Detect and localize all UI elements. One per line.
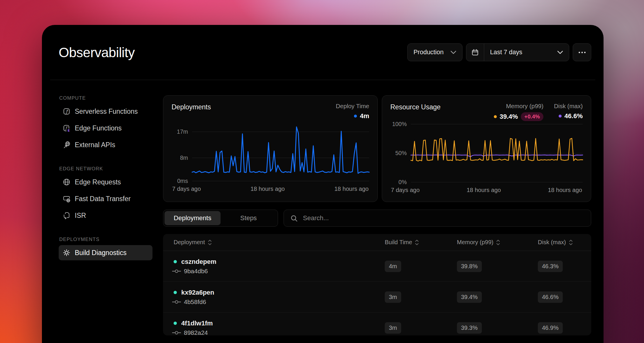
- resource-usage-lines: [411, 124, 583, 182]
- sidebar-item-label: Serverless Functions: [75, 108, 138, 116]
- tab-steps[interactable]: Steps: [221, 211, 277, 225]
- deployment-name: 4f1dlw1fm: [174, 320, 385, 327]
- function-icon: ƒ: [63, 108, 70, 115]
- deployments-card-header: Deployments Deploy Time 4m: [172, 103, 369, 120]
- gear-icon: [63, 249, 70, 257]
- deployment-commit: 8982a24: [172, 329, 385, 336]
- disk-value: 46.6%: [565, 112, 583, 120]
- card-title: Resource Usage: [390, 103, 440, 111]
- column-header-memory[interactable]: Memory (p99): [457, 239, 538, 246]
- edge-function-icon: ƒ E: [63, 124, 70, 132]
- deployment-id: kx92a6pen: [181, 289, 214, 296]
- table-header: Deployment Build Time Memory (p99) Disk …: [163, 234, 591, 251]
- column-label: Deployment: [174, 239, 205, 246]
- calendar-icon: [471, 48, 479, 57]
- table-row[interactable]: cszndepem 9ba4db6 4m 39.8% 46.3%: [163, 251, 591, 281]
- legend-label: Disk (max): [554, 103, 583, 110]
- memory-badge: 39.4%: [457, 291, 482, 303]
- purple-dot-icon: [559, 115, 562, 118]
- search-input[interactable]: [302, 214, 584, 222]
- disk-cell: 46.9%: [538, 322, 581, 334]
- tab-group: Deployments Steps: [163, 210, 278, 227]
- sidebar-section-edge-network: EDGE NETWORK Edge Requests: [59, 166, 152, 223]
- deployment-name: kx92a6pen: [174, 289, 385, 296]
- deploy-time-line: [192, 123, 369, 181]
- column-header-deployment[interactable]: Deployment: [174, 239, 385, 246]
- header-controls: Production L: [407, 43, 591, 61]
- commit-icon: [172, 269, 181, 273]
- data-transfer-icon: [63, 195, 70, 203]
- blue-dot-icon: [354, 115, 357, 118]
- search-box[interactable]: [284, 210, 591, 227]
- page-title: Observability: [59, 45, 135, 60]
- table-row[interactable]: kx92a6pen 4b58fd6 3m 39.4% 46.6%: [163, 281, 591, 312]
- legend-value: 4m: [354, 112, 369, 120]
- deployment-cell: 4f1dlw1fm 8982a24: [174, 320, 385, 336]
- chevron-down-icon: [557, 51, 563, 54]
- resource-usage-chart[interactable]: 100%50%0%: [390, 124, 583, 182]
- build-time-cell: 3m: [385, 291, 457, 303]
- date-range-value: Last 7 days: [484, 49, 569, 56]
- ellipsis-icon: [578, 52, 586, 53]
- external-apis-icon: [63, 141, 70, 149]
- header: Observability Production: [50, 25, 595, 80]
- status-dot: [174, 260, 177, 263]
- sidebar-item-label: Fast Data Transfer: [75, 195, 131, 203]
- table-row[interactable]: 4f1dlw1fm 8982a24 3m 39.3% 46.9%: [163, 312, 591, 335]
- calendar-button[interactable]: [466, 44, 484, 61]
- sidebar-item-label: ISR: [75, 212, 86, 220]
- memory-legend: Memory (p99) 39.4% +0.4%: [494, 103, 543, 121]
- column-header-disk[interactable]: Disk (max): [538, 239, 581, 246]
- deployment-commit: 4b58fd6: [172, 298, 385, 305]
- toolbar: Deployments Steps: [163, 210, 591, 227]
- build-time-cell: 3m: [385, 322, 457, 334]
- legend-value: 39.4% +0.4%: [494, 112, 543, 121]
- sort-icon: [569, 240, 573, 245]
- sort-icon: [208, 240, 212, 245]
- sidebar-item-edge-requests[interactable]: Edge Requests: [59, 174, 152, 190]
- card-title: Deployments: [172, 103, 211, 111]
- more-options-button[interactable]: [573, 43, 591, 61]
- sidebar-item-label: Edge Requests: [75, 178, 121, 186]
- resource-legends: Memory (p99) 39.4% +0.4% Disk (max): [494, 103, 583, 121]
- sidebar-item-edge-functions[interactable]: ƒ E Edge Functions: [59, 120, 152, 136]
- deployment-cell: cszndepem 9ba4db6: [174, 258, 385, 275]
- sidebar-item-fast-data-transfer[interactable]: Fast Data Transfer: [59, 191, 152, 206]
- disk-badge: 46.3%: [538, 261, 563, 272]
- status-dot: [174, 291, 177, 294]
- sidebar-item-serverless-functions[interactable]: ƒ Serverless Functions: [59, 104, 152, 119]
- legend-label: Deploy Time: [336, 103, 369, 110]
- commit-hash: 4b58fd6: [184, 298, 206, 305]
- main: Deployments Deploy Time 4m 17m8m0ms: [163, 95, 591, 335]
- deploy-time-chart[interactable]: 17m8m0ms: [172, 123, 369, 181]
- sidebar-item-label: Edge Functions: [75, 124, 122, 132]
- disk-cell: 46.3%: [538, 261, 581, 272]
- deployment-id: 4f1dlw1fm: [181, 320, 213, 327]
- sidebar-item-label: External APIs: [75, 141, 115, 149]
- memory-delta-badge: +0.4%: [521, 112, 543, 121]
- disk-legend: Disk (max) 46.6%: [554, 103, 583, 121]
- memory-cell: 39.3%: [457, 322, 538, 334]
- environment-selector[interactable]: Production: [407, 43, 462, 61]
- sort-icon: [496, 240, 500, 245]
- commit-icon: [172, 300, 181, 304]
- chevron-down-icon: [450, 51, 456, 54]
- date-range-selector[interactable]: Last 7 days: [466, 43, 569, 61]
- disk-cell: 46.6%: [538, 291, 581, 303]
- sidebar-item-build-diagnostics[interactable]: Build Diagnostics: [59, 245, 152, 260]
- tab-deployments[interactable]: Deployments: [165, 211, 221, 225]
- content: COMPUTE ƒ Serverless Functions ƒ: [42, 80, 604, 335]
- resource-chart-x-axis: 7 days ago18 hours ago18 hours ago: [390, 187, 583, 193]
- column-header-build-time[interactable]: Build Time: [385, 239, 457, 246]
- deploy-chart-x-axis: 7 days ago18 hours ago18 hours ago: [172, 186, 369, 192]
- memory-cell: 39.4%: [457, 291, 538, 303]
- deployments-card: Deployments Deploy Time 4m 17m8m0ms: [163, 95, 378, 202]
- disk-badge: 46.6%: [538, 291, 563, 303]
- sidebar-section-deployments: DEPLOYMENTS Build Diagnostics: [59, 237, 152, 260]
- deployments-table: Deployment Build Time Memory (p99) Disk …: [163, 234, 591, 335]
- memory-badge: 39.8%: [457, 261, 482, 272]
- isr-icon: [63, 212, 70, 219]
- column-label: Build Time: [385, 239, 412, 246]
- sidebar-item-external-apis[interactable]: External APIs: [59, 137, 152, 152]
- sidebar-item-isr[interactable]: ISR: [59, 208, 152, 223]
